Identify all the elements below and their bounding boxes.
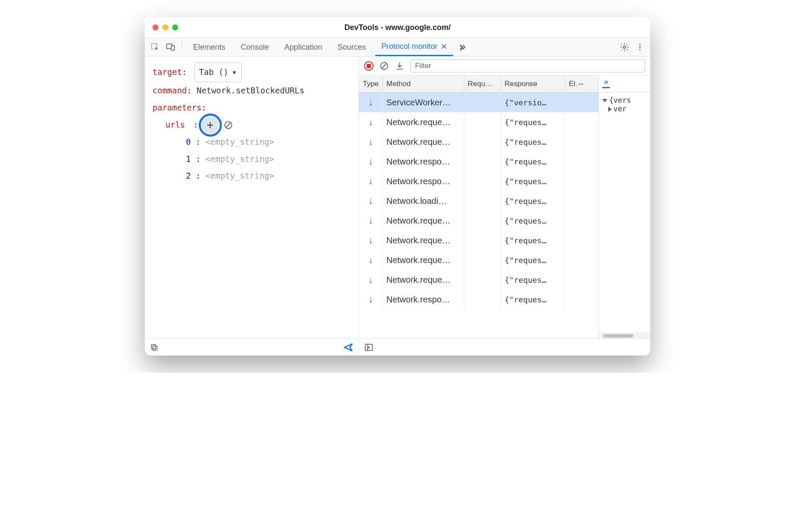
separator bbox=[182, 42, 182, 52]
record-button[interactable] bbox=[364, 61, 374, 71]
device-toggle-icon[interactable] bbox=[164, 41, 176, 53]
command-editor-pane: target: Tab () ▾ command: Network.setBlo… bbox=[145, 57, 359, 356]
incoming-icon: ↓ bbox=[368, 156, 373, 167]
log-footer bbox=[359, 338, 650, 356]
close-tab-icon[interactable]: ✕ bbox=[441, 42, 447, 51]
svg-rect-2 bbox=[171, 45, 174, 50]
tree-root[interactable]: {vers bbox=[602, 96, 647, 105]
log-row[interactable]: ↓ServiceWorker…{"versio… bbox=[359, 93, 598, 112]
parameters-key: parameters bbox=[152, 103, 201, 112]
tabbar: Elements Console Application Sources Pro… bbox=[145, 38, 650, 57]
tree-child[interactable]: ver bbox=[602, 105, 647, 113]
target-value: Tab () bbox=[199, 64, 229, 81]
command-key: command bbox=[152, 86, 187, 95]
svg-rect-10 bbox=[151, 344, 155, 349]
log-row[interactable]: ↓Network.reque…{"reques… bbox=[359, 132, 598, 152]
more-tabs-icon[interactable] bbox=[457, 41, 469, 53]
svg-point-3 bbox=[623, 46, 626, 48]
target-select[interactable]: Tab () ▾ bbox=[194, 63, 242, 82]
main-content: target: Tab () ▾ command: Network.setBlo… bbox=[145, 57, 650, 356]
incoming-icon: ↓ bbox=[368, 294, 373, 305]
urls-key: urls bbox=[165, 117, 185, 134]
incoming-icon: ↓ bbox=[368, 274, 373, 285]
download-button[interactable] bbox=[395, 61, 404, 71]
header-type[interactable]: Type bbox=[359, 75, 383, 92]
log-row[interactable]: ↓Network.reque…{"reques… bbox=[359, 250, 598, 270]
svg-point-5 bbox=[639, 46, 640, 48]
add-url-button[interactable]: + bbox=[202, 117, 219, 134]
incoming-icon: ↓ bbox=[368, 235, 373, 246]
incoming-icon: ↓ bbox=[368, 254, 373, 266]
tab-console[interactable]: Console bbox=[235, 38, 275, 56]
svg-line-12 bbox=[382, 63, 387, 68]
command-value[interactable]: Network.setBlockedURLs bbox=[197, 86, 305, 95]
svg-point-4 bbox=[639, 44, 640, 45]
target-key: target bbox=[152, 67, 182, 77]
titlebar: DevTools - www.google.com/ bbox=[145, 17, 650, 38]
log-row[interactable]: ↓Network.reque…{"reques… bbox=[359, 270, 598, 290]
log-row[interactable]: ↓Network.reque…{"reques… bbox=[359, 112, 598, 132]
send-command-button[interactable] bbox=[343, 342, 353, 353]
svg-rect-9 bbox=[153, 346, 157, 350]
clear-log-button[interactable] bbox=[380, 61, 389, 71]
header-method[interactable]: Method bbox=[383, 75, 464, 92]
log-row[interactable]: ↓Network.loadi…{"reques… bbox=[359, 191, 598, 211]
tab-sources[interactable]: Sources bbox=[332, 38, 372, 56]
devtools-window: DevTools - www.google.com/ Elements Cons… bbox=[145, 17, 650, 356]
tab-elements[interactable]: Elements bbox=[187, 38, 231, 56]
grid-body: ↓ServiceWorker…{"versio…↓Network.reque…{… bbox=[359, 93, 598, 338]
window-title: DevTools - www.google.com/ bbox=[145, 23, 650, 32]
incoming-icon: ↓ bbox=[368, 117, 373, 128]
horizontal-scrollbar[interactable] bbox=[599, 332, 650, 338]
log-grid: Type Method Requ… Response El.↔ ↓Service… bbox=[359, 75, 599, 338]
header-request[interactable]: Requ… bbox=[464, 75, 501, 92]
kebab-menu-icon[interactable] bbox=[634, 41, 646, 53]
command-editor: target: Tab () ▾ command: Network.setBlo… bbox=[145, 57, 359, 338]
url-entry[interactable]: 1 : <empty_string> bbox=[152, 151, 351, 168]
tab-protocol-monitor[interactable]: Protocol monitor ✕ bbox=[375, 38, 453, 56]
svg-point-6 bbox=[639, 49, 640, 50]
log-row[interactable]: ↓Network.reque…{"reques… bbox=[359, 211, 598, 230]
protocol-log-pane: Filter Type Method Requ… Response El.↔ ↓… bbox=[359, 57, 650, 356]
editor-footer bbox=[145, 338, 359, 356]
header-response[interactable]: Response bbox=[501, 75, 565, 92]
inspect-icon[interactable] bbox=[149, 41, 161, 53]
caret-down-icon: ▾ bbox=[232, 64, 236, 81]
copy-icon[interactable] bbox=[150, 343, 158, 352]
settings-icon[interactable] bbox=[619, 41, 631, 53]
sidebar-more-tabs-icon[interactable] bbox=[602, 79, 610, 88]
url-entry[interactable]: 2 : <empty_string> bbox=[152, 167, 351, 185]
header-elapsed[interactable]: El.↔ bbox=[565, 75, 598, 92]
incoming-icon: ↓ bbox=[368, 176, 373, 187]
incoming-icon: ↓ bbox=[368, 136, 373, 147]
svg-line-8 bbox=[226, 123, 230, 127]
log-row[interactable]: ↓Network.respo…{"reques… bbox=[359, 171, 598, 191]
grid-header: Type Method Requ… Response El.↔ bbox=[359, 75, 598, 93]
sidebar-body: {vers ver bbox=[599, 93, 650, 332]
filter-input[interactable]: Filter bbox=[410, 60, 645, 72]
tab-label: Protocol monitor bbox=[381, 42, 437, 51]
clear-urls-button[interactable] bbox=[222, 119, 234, 131]
incoming-icon: ↓ bbox=[368, 215, 373, 226]
log-row[interactable]: ↓Network.respo…{"reques… bbox=[359, 290, 598, 309]
log-row[interactable]: ↓Network.respo…{"reques… bbox=[359, 152, 598, 171]
sidebar-tabs bbox=[599, 75, 650, 93]
tab-application[interactable]: Application bbox=[278, 38, 328, 56]
incoming-icon: ↓ bbox=[368, 195, 373, 206]
log-row[interactable]: ↓Network.reque…{"reques… bbox=[359, 230, 598, 250]
url-entry[interactable]: 0 : <empty_string> bbox=[152, 134, 351, 151]
toggle-drawer-icon[interactable] bbox=[364, 343, 374, 352]
detail-sidebar: {vers ver bbox=[599, 75, 650, 338]
filter-placeholder: Filter bbox=[415, 62, 431, 70]
incoming-icon: ↓ bbox=[368, 97, 373, 108]
log-toolbar: Filter bbox=[359, 57, 650, 75]
